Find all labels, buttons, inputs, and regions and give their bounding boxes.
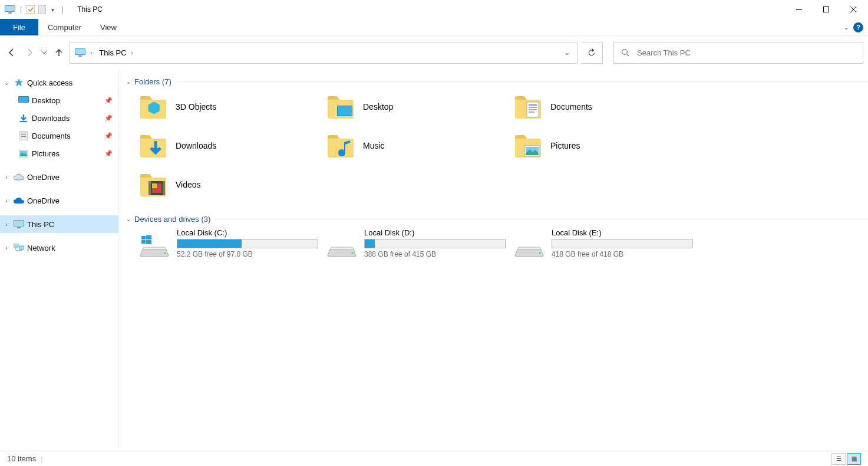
chevron-down-icon[interactable]: ⌄: [2, 80, 11, 86]
ribbon-tab-computer[interactable]: Computer: [38, 19, 91, 35]
folder-item-music[interactable]: Music: [326, 130, 514, 162]
ribbon-file-tab[interactable]: File: [0, 19, 38, 35]
svg-rect-49: [146, 240, 151, 244]
folder-icon: [514, 132, 542, 160]
star-icon: [13, 77, 25, 88]
svg-rect-28: [338, 106, 352, 116]
ribbon-tab-view[interactable]: View: [91, 19, 126, 35]
drive-item[interactable]: Local Disk (C:)52.2 GB free of 97.0 GB: [139, 228, 326, 262]
view-tiles-button[interactable]: ▦: [847, 453, 861, 465]
folder-icon: [139, 132, 167, 160]
chevron-right-icon[interactable]: ›: [2, 198, 11, 204]
sidebar-onedrive-2[interactable]: › OneDrive: [0, 192, 118, 209]
folder-label: 3D Objects: [176, 102, 216, 111]
drive-free-text: 52.2 GB free of 97.0 GB: [177, 250, 318, 258]
search-input[interactable]: [637, 48, 856, 57]
new-item-icon[interactable]: [38, 5, 47, 14]
chevron-right-icon[interactable]: ›: [2, 174, 11, 181]
search-icon: [621, 48, 630, 57]
status-bar: 10 items | ☰ ▦: [0, 451, 868, 466]
minimize-button[interactable]: [786, 1, 813, 18]
drive-item[interactable]: Local Disk (D:)388 GB free of 415 GB: [326, 228, 514, 262]
status-item-count: 10 items: [7, 454, 36, 463]
breadcrumb-this-pc[interactable]: This PC ›: [97, 48, 136, 57]
svg-rect-31: [529, 104, 537, 106]
pc-icon: [13, 218, 25, 230]
sidebar-quick-access[interactable]: ⌄ Quick access: [0, 74, 118, 91]
group-header-drives[interactable]: ⌄ Devices and drives (3): [124, 212, 868, 228]
sidebar-network[interactable]: › Network: [0, 239, 118, 257]
chevron-down-icon[interactable]: ⌄: [124, 78, 131, 85]
svg-rect-17: [21, 136, 26, 137]
search-box[interactable]: [613, 42, 863, 64]
svg-rect-22: [17, 227, 21, 228]
ribbon-expand-icon[interactable]: ⌄: [844, 24, 849, 31]
address-bar[interactable]: › This PC › ⌄: [70, 42, 577, 64]
properties-icon[interactable]: [27, 5, 35, 14]
onedrive-icon: [13, 171, 25, 183]
svg-point-10: [622, 49, 628, 54]
up-button[interactable]: [52, 42, 66, 63]
svg-rect-42: [148, 181, 151, 195]
folder-item-pictures[interactable]: Pictures: [514, 130, 701, 162]
chevron-right-icon[interactable]: ›: [2, 221, 11, 228]
sidebar-item-documents[interactable]: Documents 📌: [0, 127, 118, 145]
refresh-button[interactable]: [581, 42, 603, 64]
svg-rect-46: [141, 236, 146, 239]
sidebar-onedrive-1[interactable]: › OneDrive: [0, 168, 118, 186]
folder-label: Documents: [550, 102, 592, 111]
folder-item-downloads[interactable]: Downloads: [139, 130, 326, 162]
pin-icon: 📌: [104, 150, 115, 157]
chevron-down-icon[interactable]: ⌄: [124, 216, 131, 222]
help-button[interactable]: ?: [853, 22, 863, 32]
forward-button[interactable]: [22, 42, 37, 63]
drive-icon: [514, 228, 544, 258]
back-button[interactable]: [5, 42, 19, 63]
drive-icon: [139, 228, 170, 258]
svg-rect-6: [824, 7, 829, 12]
recent-locations-dropdown[interactable]: [40, 42, 48, 63]
folder-icon: [326, 93, 355, 121]
svg-rect-24: [19, 246, 24, 250]
customize-qat-dropdown[interactable]: ▾: [51, 6, 54, 13]
maximize-button[interactable]: [813, 1, 840, 18]
drive-name: Local Disk (C:): [177, 228, 318, 237]
folder-label: Pictures: [550, 141, 580, 150]
sidebar-item-pictures[interactable]: Pictures 📌: [0, 145, 118, 162]
navigation-pane: ⌄ Quick access Desktop 📌 Downloads 📌 Doc…: [0, 69, 119, 451]
svg-rect-34: [529, 111, 534, 113]
svg-rect-13: [20, 121, 27, 122]
svg-rect-12: [19, 97, 28, 102]
svg-rect-43: [163, 181, 165, 195]
window-title: This PC: [77, 5, 103, 14]
sidebar-item-downloads[interactable]: Downloads 📌: [0, 109, 118, 127]
folder-icon: [514, 93, 542, 121]
folder-label: Music: [363, 141, 385, 150]
svg-rect-3: [27, 5, 35, 14]
svg-rect-47: [146, 235, 151, 239]
breadcrumb-root[interactable]: ›: [72, 48, 94, 57]
folder-label: Desktop: [363, 102, 393, 111]
folder-item-videos[interactable]: Videos: [139, 169, 326, 201]
svg-rect-45: [152, 183, 157, 188]
close-button[interactable]: [840, 1, 867, 18]
drive-free-text: 388 GB free of 415 GB: [364, 250, 506, 258]
svg-rect-9: [78, 55, 82, 57]
address-history-dropdown[interactable]: ⌄: [559, 48, 575, 57]
view-details-button[interactable]: ☰: [831, 453, 846, 465]
navigation-bar: › This PC › ⌄: [0, 36, 868, 69]
drive-item[interactable]: Local Disk (E:)418 GB free of 418 GB: [514, 228, 701, 262]
group-header-folders[interactable]: ⌄ Folders (7): [124, 75, 868, 91]
folder-item-desktop[interactable]: Desktop: [326, 91, 514, 123]
sidebar-item-desktop[interactable]: Desktop 📌: [0, 91, 118, 109]
desktop-icon: [18, 94, 29, 106]
svg-point-51: [352, 252, 354, 254]
svg-rect-2: [8, 12, 12, 14]
drive-free-text: 418 GB free of 418 GB: [552, 250, 693, 258]
folder-item-documents[interactable]: Documents: [514, 91, 701, 123]
sidebar-this-pc[interactable]: › This PC: [0, 215, 118, 233]
folder-item-3d[interactable]: 3D Objects: [139, 91, 326, 123]
svg-rect-33: [529, 109, 537, 110]
drive-usage-bar: [364, 239, 506, 248]
chevron-right-icon[interactable]: ›: [2, 245, 11, 251]
